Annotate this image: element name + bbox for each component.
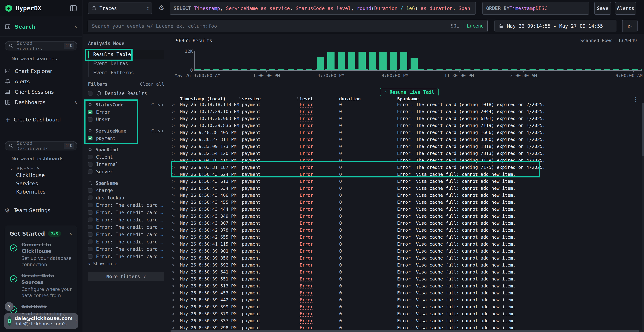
saved-searches-input[interactable]: Saved Searches ⌘K <box>5 41 77 50</box>
row-expand-icon[interactable]: > <box>172 172 180 177</box>
table-row[interactable]: >May 26 8:50:43.307 PMpaymentError0Error… <box>170 220 642 227</box>
filter-option[interactable]: payment <box>88 134 164 142</box>
chevron-up-icon[interactable]: ∧ <box>69 231 72 236</box>
table-row[interactable]: >May 26 8:50:43.455 PMpaymentError0Error… <box>170 199 642 206</box>
table-row[interactable]: >May 26 8:50:39.442 PMpaymentError0Error… <box>170 296 642 304</box>
row-expand-icon[interactable]: > <box>172 290 180 296</box>
row-expand-icon[interactable]: > <box>172 144 180 149</box>
presets-toggle[interactable]: ∨ PRESETS <box>10 166 82 171</box>
table-row[interactable]: >May 26 8:50:43.534 PMpaymentError0Error… <box>170 185 642 192</box>
table-row[interactable]: >May 26 9:48:38.405 PMpaymentError0Error… <box>170 129 642 136</box>
table-row[interactable]: >May 26 8:50:39.692 PMpaymentError0Error… <box>170 262 642 268</box>
order-by-editor[interactable]: ORDER BY Timestamp DESC <box>482 2 589 15</box>
row-expand-icon[interactable]: > <box>172 214 180 219</box>
alerts-button[interactable]: Alerts <box>615 2 636 15</box>
table-row[interactable]: >May 26 10:17:29.105 PMpaymentError0Erro… <box>170 108 642 115</box>
table-row[interactable]: >May 26 9:32:54.120 PMpaymentError0Error… <box>170 150 642 157</box>
filter-option[interactable]: Error: The credit card … <box>88 224 164 231</box>
analysis-mode-results-table[interactable]: Results Table <box>88 50 164 59</box>
table-row[interactable]: >May 26 8:50:43.349 PMpaymentError0Error… <box>170 213 642 220</box>
row-expand-icon[interactable]: > <box>172 130 180 135</box>
more-filters-button[interactable]: More filters ∨ <box>88 272 164 281</box>
source-selector[interactable]: Traces ∧∨ <box>88 2 152 14</box>
row-expand-icon[interactable]: > <box>172 221 180 226</box>
sidebar-item-dashboards[interactable]: Dashboards∧ <box>0 97 82 108</box>
row-expand-icon[interactable]: > <box>172 256 180 261</box>
analysis-mode-event-deltas[interactable]: Event Deltas <box>88 59 164 68</box>
row-expand-icon[interactable]: > <box>172 193 180 198</box>
filter-option[interactable]: Error: The credit card … <box>88 246 164 253</box>
filter-checkbox[interactable] <box>88 218 92 222</box>
row-expand-icon[interactable]: > <box>172 304 180 310</box>
create-dashboard-button[interactable]: + Create Dashboard <box>0 115 82 125</box>
preset-dashboard-clickhouse[interactable]: ClickHouse <box>0 171 82 180</box>
table-row[interactable]: >May 26 10:14:36.963 PMpaymentError0Erro… <box>170 115 642 122</box>
filter-option[interactable]: Error: The credit card … <box>88 231 164 238</box>
table-row[interactable]: >May 26 8:50:43.613 PMpaymentError0Error… <box>170 178 642 185</box>
help-button[interactable]: ? <box>5 302 14 311</box>
filter-checkbox[interactable] <box>88 196 92 200</box>
row-expand-icon[interactable]: > <box>172 186 180 191</box>
time-range-picker[interactable]: May 26 09:14:55 - May 27 09:14:55 <box>494 20 616 32</box>
filter-option[interactable]: Unset <box>88 116 164 123</box>
table-row[interactable]: >May 26 8:50:43.444 PMpaymentError0Error… <box>170 206 642 213</box>
row-expand-icon[interactable]: > <box>172 151 180 156</box>
row-expand-icon[interactable]: > <box>172 200 180 205</box>
row-expand-icon[interactable]: > <box>172 228 180 233</box>
filter-option[interactable]: Internal <box>88 161 164 168</box>
filter-option[interactable]: Error: The credit card … <box>88 216 164 224</box>
filter-checkbox[interactable] <box>88 247 92 251</box>
select-clause-editor[interactable]: SELECT Timestamp, ServiceName as service… <box>170 2 476 15</box>
language-lucene-toggle[interactable]: Lucene <box>467 23 484 28</box>
filter-checkbox[interactable] <box>88 188 92 193</box>
row-expand-icon[interactable]: > <box>172 165 180 170</box>
table-row[interactable]: >May 26 8:50:43.466 PMpaymentError0Error… <box>170 192 642 199</box>
sidebar-item-team-settings[interactable]: ⚙ Team Settings <box>0 205 82 216</box>
row-expand-icon[interactable]: > <box>172 179 180 184</box>
row-expand-icon[interactable]: > <box>172 109 180 114</box>
row-expand-icon[interactable]: > <box>172 312 180 316</box>
column-header-spanname[interactable]: SpanName <box>397 96 642 102</box>
table-row[interactable]: >May 26 9:36:27.311 PMpaymentError0Error… <box>170 136 642 143</box>
filter-option[interactable]: dns.lookup <box>88 194 164 202</box>
user-menu[interactable]: D dale@clickhouse.com dale@clickhouse.co… <box>4 314 78 329</box>
filter-option[interactable]: Error: The credit card … <box>88 202 164 209</box>
filter-option[interactable]: Error: The credit card … <box>88 209 164 216</box>
table-row[interactable]: >May 26 8:50:39.856 PMpaymentError0Error… <box>170 254 642 262</box>
row-expand-icon[interactable]: > <box>172 270 180 274</box>
clear-all-button[interactable]: Clear all <box>140 82 164 87</box>
row-expand-icon[interactable]: > <box>172 137 180 142</box>
table-row[interactable]: >May 26 10:18:18.118 PMpaymentError0Erro… <box>170 103 642 108</box>
table-menu-icon[interactable]: ⋮ <box>632 96 640 103</box>
table-row[interactable]: >May 26 8:50:39.399 PMpaymentError0Error… <box>170 304 642 310</box>
save-button[interactable]: Save <box>594 2 611 15</box>
table-row[interactable]: >May 26 8:50:39.901 PMpaymentError0Error… <box>170 248 642 254</box>
filter-option[interactable]: Error <box>88 108 164 116</box>
row-expand-icon[interactable]: > <box>172 284 180 288</box>
table-row[interactable]: >May 26 8:50:39.641 PMpaymentError0Error… <box>170 268 642 276</box>
filter-checkbox[interactable] <box>88 155 92 159</box>
language-sql-toggle[interactable]: SQL <box>450 23 459 28</box>
row-expand-icon[interactable]: > <box>172 158 180 163</box>
table-row[interactable]: >May 26 9:33:09.173 PMpaymentError0Error… <box>170 143 642 150</box>
filter-checkbox[interactable] <box>88 254 92 259</box>
filter-option[interactable]: Error: The credit card … <box>88 253 164 260</box>
vertical-scrollbar[interactable] <box>642 103 644 330</box>
filter-checkbox[interactable] <box>88 170 92 174</box>
row-expand-icon[interactable]: > <box>172 235 180 240</box>
filter-checkbox[interactable] <box>88 136 92 140</box>
filter-checkbox[interactable] <box>88 203 92 207</box>
filter-checkbox[interactable] <box>88 210 92 215</box>
filter-option[interactable]: charge <box>88 187 164 194</box>
row-expand-icon[interactable]: > <box>172 262 180 268</box>
row-expand-icon[interactable]: > <box>172 276 180 282</box>
row-expand-icon[interactable]: > <box>172 298 180 302</box>
source-settings-gear-icon[interactable]: ⚙ <box>158 4 165 12</box>
sidebar-item-client-sessions[interactable]: Client Sessions <box>0 87 82 97</box>
filter-checkbox[interactable] <box>88 110 92 114</box>
table-row[interactable]: >May 26 8:50:41.115 PMpaymentError0Error… <box>170 240 642 248</box>
get-started-item[interactable]: Create Data SourcesConfigure where your … <box>10 272 72 299</box>
table-row[interactable]: >May 26 8:50:42.878 PMpaymentError0Error… <box>170 227 642 234</box>
event-search-input[interactable] <box>92 23 450 29</box>
table-row[interactable]: >May 26 8:50:43.624 PMpaymentError0Error… <box>170 171 642 178</box>
